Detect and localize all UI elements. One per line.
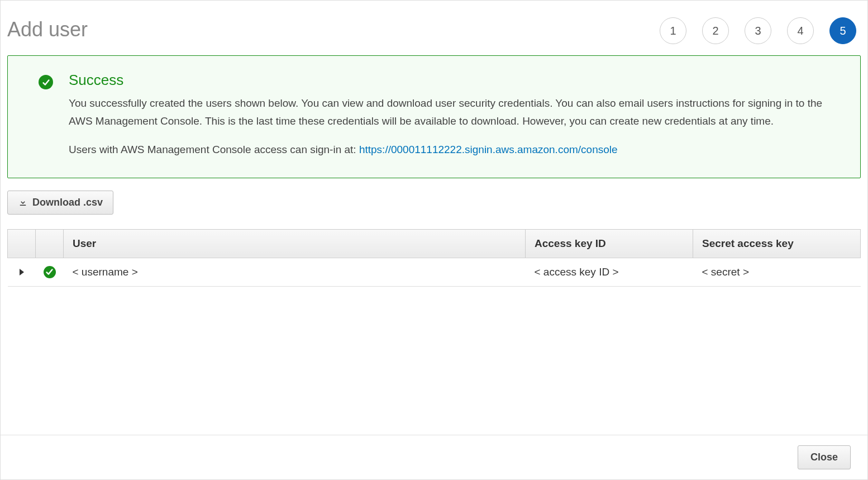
wizard-steps: 1 2 3 4 5 bbox=[660, 17, 856, 44]
success-icon bbox=[39, 75, 53, 159]
wizard-step-5[interactable]: 5 bbox=[829, 17, 856, 44]
alert-signin-prefix: Users with AWS Management Console access… bbox=[69, 144, 359, 155]
cell-user: < username > bbox=[64, 258, 526, 287]
download-csv-button[interactable]: Download .csv bbox=[7, 191, 113, 215]
alert-title: Success bbox=[69, 72, 841, 89]
row-status-success-icon bbox=[44, 266, 56, 278]
page-title: Add user bbox=[7, 18, 88, 41]
alert-signin-line: Users with AWS Management Console access… bbox=[69, 141, 841, 159]
alert-text-body: You successfully created the users shown… bbox=[69, 94, 841, 131]
signin-url-link[interactable]: https://000011112222.signin.aws.amazon.c… bbox=[359, 144, 618, 155]
wizard-step-3[interactable]: 3 bbox=[745, 17, 771, 44]
cell-secret: < secret > bbox=[693, 258, 861, 287]
col-header-access-key-id[interactable]: Access key ID bbox=[526, 229, 693, 258]
success-alert: Success You successfully created the use… bbox=[7, 55, 861, 178]
col-header-user[interactable]: User bbox=[64, 229, 526, 258]
wizard-step-4[interactable]: 4 bbox=[787, 17, 814, 44]
col-header-secret[interactable]: Secret access key bbox=[693, 229, 861, 258]
close-button[interactable]: Close bbox=[798, 445, 851, 469]
wizard-step-2[interactable]: 2 bbox=[702, 17, 729, 44]
download-csv-label: Download .csv bbox=[32, 197, 103, 208]
cell-access-key-id: < access key ID > bbox=[526, 258, 693, 287]
col-header-status bbox=[36, 229, 64, 258]
wizard-step-1[interactable]: 1 bbox=[660, 17, 686, 44]
download-icon bbox=[18, 197, 28, 207]
table-row: < username > < access key ID > < secret … bbox=[8, 258, 861, 287]
col-header-expander bbox=[8, 229, 36, 258]
footer-bar: Close bbox=[1, 435, 867, 479]
users-table: User Access key ID Secret access key bbox=[7, 229, 861, 287]
expand-row-icon[interactable] bbox=[20, 269, 24, 275]
